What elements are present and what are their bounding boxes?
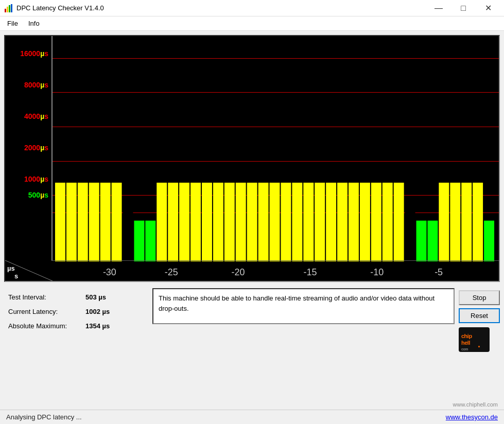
svg-rect-3 <box>11 4 12 12</box>
svg-rect-21 <box>247 183 257 261</box>
status-link[interactable]: www.thesycon.de <box>446 413 498 421</box>
maximize-button[interactable]: □ <box>451 1 475 16</box>
svg-rect-2 <box>9 5 10 12</box>
svg-rect-33 <box>383 183 393 261</box>
svg-rect-4 <box>55 183 65 261</box>
interval-value: 503 µs <box>85 293 106 301</box>
svg-text:.: . <box>478 339 480 349</box>
chip-logo: chip hell . com <box>459 327 490 352</box>
svg-rect-18 <box>213 183 223 261</box>
svg-text:-20: -20 <box>232 267 245 277</box>
bars-svg <box>53 36 499 261</box>
svg-rect-11 <box>134 221 144 262</box>
svg-rect-19 <box>224 183 235 261</box>
svg-rect-36 <box>416 221 427 262</box>
svg-rect-40 <box>461 183 472 261</box>
svg-text:-10: -10 <box>370 267 384 277</box>
svg-rect-27 <box>315 183 325 261</box>
y-label-16000: 16000µs <box>20 49 48 58</box>
corner-line <box>5 260 53 281</box>
interval-row: Test Interval: 503 µs <box>8 290 144 305</box>
menu-bar: File Info <box>0 16 504 31</box>
svg-rect-5 <box>66 183 77 261</box>
svg-text:chip: chip <box>461 333 472 339</box>
svg-rect-26 <box>303 183 314 261</box>
y-axis: 16000µs 8000µs 4000µs 2000µs 1000µs 500µ… <box>5 36 51 260</box>
svg-rect-28 <box>326 183 336 261</box>
svg-rect-14 <box>168 183 178 261</box>
x-axis: -30 -25 -20 -15 -10 -5 <box>51 260 499 281</box>
svg-rect-30 <box>349 183 359 261</box>
svg-rect-20 <box>236 183 246 261</box>
max-label: Absolute Maximum: <box>8 322 85 330</box>
svg-rect-25 <box>292 183 302 261</box>
reset-button[interactable]: Reset <box>459 308 500 323</box>
svg-rect-38 <box>439 183 449 261</box>
svg-rect-9 <box>112 183 122 261</box>
bottom-panel: Test Interval: 503 µs Current Latency: 1… <box>0 286 504 356</box>
svg-text:-15: -15 <box>303 267 317 277</box>
y-label-2000: 2000µs <box>24 144 48 152</box>
svg-text:-30: -30 <box>103 267 116 277</box>
svg-rect-37 <box>427 221 438 262</box>
status-bar: Analysing DPC latency ... www.thesycon.d… <box>0 410 504 424</box>
svg-rect-7 <box>89 183 99 261</box>
stop-button[interactable]: Stop <box>459 290 500 305</box>
x-axis-svg: -30 -25 -20 -15 -10 -5 <box>51 261 499 281</box>
latency-value: 1002 µs <box>85 308 110 315</box>
svg-text:-5: -5 <box>435 267 443 277</box>
title-bar: DPC Latency Checker V1.4.0 — □ ✕ <box>0 0 504 16</box>
svg-rect-22 <box>258 183 269 261</box>
minimize-button[interactable]: — <box>427 1 450 16</box>
max-row: Absolute Maximum: 1354 µs <box>8 319 144 333</box>
latency-label: Current Latency: <box>8 308 85 315</box>
svg-rect-6 <box>78 183 88 261</box>
svg-rect-34 <box>394 183 404 261</box>
window-title: DPC Latency Checker V1.4.0 <box>16 4 104 12</box>
svg-text:hell: hell <box>461 340 470 346</box>
svg-line-49 <box>5 260 53 281</box>
svg-rect-0 <box>5 9 6 12</box>
stats-panel: Test Interval: 503 µs Current Latency: 1… <box>4 288 148 335</box>
svg-rect-16 <box>190 183 201 261</box>
y-label-4000: 4000µs <box>24 112 48 120</box>
svg-rect-17 <box>202 183 212 261</box>
svg-rect-23 <box>270 183 280 261</box>
svg-rect-35 <box>405 205 415 262</box>
svg-rect-24 <box>281 183 291 261</box>
y-label-1000: 1000µs <box>24 175 48 183</box>
y-label-8000: 8000µs <box>24 81 48 89</box>
svg-rect-12 <box>145 221 155 262</box>
svg-rect-42 <box>484 221 494 262</box>
y-label-500: 500µs <box>28 191 48 199</box>
max-value: 1354 µs <box>85 322 110 330</box>
svg-rect-1 <box>7 7 8 12</box>
svg-rect-15 <box>179 183 189 261</box>
button-panel: Stop Reset chip hell . com <box>459 288 500 354</box>
watermark: www.chiphell.com <box>453 401 498 408</box>
svg-text:-25: -25 <box>165 267 178 277</box>
info-menu[interactable]: Info <box>23 17 45 29</box>
svg-rect-8 <box>100 183 111 261</box>
window-controls: — □ ✕ <box>427 1 500 16</box>
svg-rect-31 <box>360 183 370 261</box>
file-menu[interactable]: File <box>2 17 23 29</box>
latency-chart: 16000µs 8000µs 4000µs 2000µs 1000µs 500µ… <box>4 35 500 282</box>
svg-rect-10 <box>123 200 133 262</box>
svg-rect-13 <box>157 183 167 261</box>
interval-label: Test Interval: <box>8 293 85 301</box>
message-panel: This machine should be able to handle re… <box>152 288 455 324</box>
svg-rect-29 <box>337 183 347 261</box>
svg-rect-41 <box>473 183 483 261</box>
app-icon <box>4 4 13 13</box>
latency-row: Current Latency: 1002 µs <box>8 305 144 319</box>
svg-rect-39 <box>450 183 460 261</box>
svg-rect-32 <box>371 183 381 261</box>
svg-text:com: com <box>461 347 468 351</box>
close-button[interactable]: ✕ <box>476 1 500 16</box>
status-left: Analysing DPC latency ... <box>6 413 82 421</box>
